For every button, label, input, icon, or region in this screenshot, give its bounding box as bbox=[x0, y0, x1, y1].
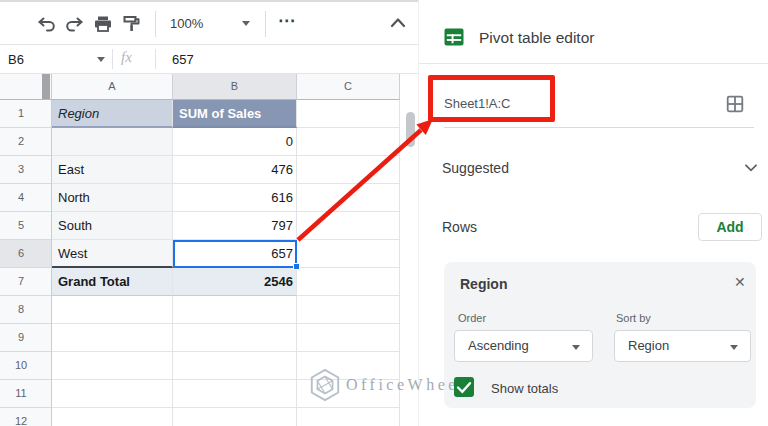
google-sheets-pivot-screenshot: 100% ⋯ B6 fx 657 A B C 1 bbox=[0, 0, 768, 426]
cell-B7[interactable]: 2546 bbox=[173, 268, 297, 296]
select-range-icon[interactable] bbox=[725, 94, 745, 114]
column-header-A[interactable]: A bbox=[52, 74, 173, 100]
vertical-scrollbar[interactable] bbox=[406, 112, 415, 147]
cell-B8[interactable] bbox=[173, 296, 297, 324]
name-box[interactable]: B6 bbox=[8, 52, 24, 67]
zoom-caret-icon[interactable] bbox=[242, 21, 250, 26]
cell-A1[interactable]: Region bbox=[52, 100, 173, 128]
row-header-4[interactable]: 4 bbox=[0, 184, 52, 212]
row-header-1[interactable]: 1 bbox=[0, 100, 52, 128]
spreadsheet-area: 100% ⋯ B6 fx 657 A B C 1 bbox=[0, 0, 418, 426]
cell-C1[interactable] bbox=[297, 100, 400, 128]
table-row: 6 West 657 bbox=[0, 240, 418, 268]
row-header-6[interactable]: 6 bbox=[0, 240, 52, 268]
row-header-8[interactable]: 8 bbox=[0, 296, 52, 324]
cell-A12[interactable] bbox=[52, 408, 173, 426]
cell-C5[interactable] bbox=[297, 212, 400, 240]
row-header-12[interactable]: 12 bbox=[0, 408, 52, 426]
cell-A9[interactable] bbox=[52, 324, 173, 352]
name-box-caret-icon[interactable] bbox=[97, 57, 105, 62]
cell-B11[interactable] bbox=[173, 380, 297, 408]
cell-C12[interactable] bbox=[297, 408, 400, 426]
cell-C8[interactable] bbox=[297, 296, 400, 324]
cell-C6[interactable] bbox=[297, 240, 400, 268]
show-totals-checkbox[interactable] bbox=[454, 377, 474, 397]
cell-B6-selected[interactable]: 657 bbox=[173, 240, 297, 268]
select-all-corner[interactable] bbox=[0, 74, 52, 100]
sort-by-dropdown-value: Region bbox=[628, 338, 669, 353]
rows-section-label: Rows bbox=[442, 219, 477, 235]
close-icon[interactable]: ✕ bbox=[734, 274, 746, 290]
paint-format-icon[interactable] bbox=[122, 14, 142, 34]
cell-C7[interactable] bbox=[297, 268, 400, 296]
row-header-10[interactable]: 10 bbox=[0, 352, 52, 380]
range-underline bbox=[444, 127, 754, 128]
cell-A11[interactable] bbox=[52, 380, 173, 408]
cell-A10[interactable] bbox=[52, 352, 173, 380]
undo-icon[interactable] bbox=[37, 14, 57, 34]
redo-icon[interactable] bbox=[64, 14, 84, 34]
row-header-9[interactable]: 9 bbox=[0, 324, 52, 352]
table-row: 3 East 476 bbox=[0, 156, 418, 184]
sort-by-dropdown[interactable]: Region bbox=[614, 330, 751, 362]
formula-bar-divider bbox=[112, 49, 113, 69]
order-dropdown[interactable]: Ascending bbox=[454, 330, 593, 362]
cell-C2[interactable] bbox=[297, 128, 400, 156]
cell-A2[interactable] bbox=[52, 128, 173, 156]
toolbar-divider bbox=[265, 11, 266, 37]
corner-bar bbox=[42, 74, 50, 99]
range-input[interactable]: Sheet1!A:C bbox=[444, 96, 511, 111]
cell-B5[interactable]: 797 bbox=[173, 212, 297, 240]
suggested-section-label[interactable]: Suggested bbox=[442, 160, 509, 176]
table-row: 8 bbox=[0, 296, 418, 324]
cell-B2[interactable]: 0 bbox=[173, 128, 297, 156]
pivot-table-icon bbox=[444, 28, 464, 46]
table-row: 12 bbox=[0, 408, 418, 426]
more-options-icon[interactable]: ⋯ bbox=[278, 10, 296, 31]
table-row: 4 North 616 bbox=[0, 184, 418, 212]
panel-divider bbox=[419, 63, 768, 64]
row-header-2[interactable]: 2 bbox=[0, 128, 52, 156]
collapse-toolbar-icon[interactable] bbox=[388, 14, 408, 32]
show-totals-label: Show totals bbox=[491, 381, 558, 396]
toolbar-divider bbox=[155, 11, 156, 37]
cell-C4[interactable] bbox=[297, 184, 400, 212]
table-row: 9 bbox=[0, 324, 418, 352]
column-header-B[interactable]: B bbox=[173, 74, 297, 100]
cell-A4[interactable]: North bbox=[52, 184, 173, 212]
dropdown-caret-icon bbox=[730, 345, 738, 350]
row-header-11[interactable]: 11 bbox=[0, 380, 52, 408]
cell-B4[interactable]: 616 bbox=[173, 184, 297, 212]
table-row: 7 Grand Total 2546 bbox=[0, 268, 418, 296]
column-header-C[interactable]: C bbox=[297, 74, 400, 100]
add-rows-button[interactable]: Add bbox=[698, 213, 762, 241]
row-header-3[interactable]: 3 bbox=[0, 156, 52, 184]
cell-C3[interactable] bbox=[297, 156, 400, 184]
print-icon[interactable] bbox=[93, 14, 113, 34]
cell-B3[interactable]: 476 bbox=[173, 156, 297, 184]
panel-title: Pivot table editor bbox=[479, 29, 594, 47]
cell-A6[interactable]: West bbox=[52, 240, 173, 268]
row-header-7[interactable]: 7 bbox=[0, 268, 52, 296]
fx-icon: fx bbox=[121, 49, 132, 66]
column-header-row: A B C bbox=[0, 74, 418, 100]
chevron-down-icon[interactable] bbox=[745, 164, 757, 172]
order-label: Order bbox=[458, 312, 486, 324]
cell-C9[interactable] bbox=[297, 324, 400, 352]
cell-A8[interactable] bbox=[52, 296, 173, 324]
cell-A3[interactable]: East bbox=[52, 156, 173, 184]
cell-C11[interactable] bbox=[297, 380, 400, 408]
cell-A5[interactable]: South bbox=[52, 212, 173, 240]
cell-grid: A B C 1 Region SUM of Sales 2 0 3 East 4… bbox=[0, 74, 418, 426]
fill-handle[interactable] bbox=[293, 263, 300, 270]
formula-input[interactable]: 657 bbox=[172, 52, 194, 67]
cell-B10[interactable] bbox=[173, 352, 297, 380]
cell-C10[interactable] bbox=[297, 352, 400, 380]
table-row: 2 0 bbox=[0, 128, 418, 156]
cell-B9[interactable] bbox=[173, 324, 297, 352]
zoom-level[interactable]: 100% bbox=[170, 16, 203, 31]
cell-A7[interactable]: Grand Total bbox=[52, 268, 173, 296]
cell-B1[interactable]: SUM of Sales bbox=[173, 100, 297, 128]
cell-B12[interactable] bbox=[173, 408, 297, 426]
row-header-5[interactable]: 5 bbox=[0, 212, 52, 240]
